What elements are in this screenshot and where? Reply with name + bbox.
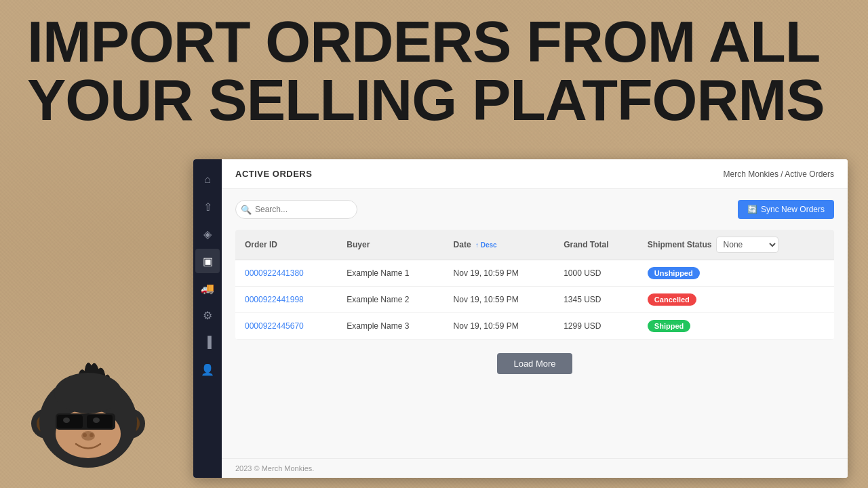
orders-table: Order ID Buyer Date ↑ Desc Grand Total <box>235 230 834 340</box>
shipping-icon: 🚚 <box>201 282 214 295</box>
account-icon: 👤 <box>201 363 214 376</box>
sidebar-item-analytics[interactable]: ▐ <box>195 330 220 354</box>
cell-order-id: 0000922445670 <box>235 313 337 340</box>
top-bar: ACTIVE ORDERS Merch Monkies / Active Ord… <box>222 159 848 189</box>
table-row: 0000922441380 Example Name 1 Nov 19, 10:… <box>235 260 834 287</box>
main-content: ACTIVE ORDERS Merch Monkies / Active Ord… <box>222 159 848 478</box>
svg-point-14 <box>54 373 122 413</box>
svg-point-10 <box>93 418 100 423</box>
load-more-button[interactable]: Load More <box>497 353 572 374</box>
table-row: 0000922445670 Example Name 3 Nov 19, 10:… <box>235 313 834 340</box>
sync-button-label: Sync New Orders <box>761 205 825 214</box>
load-more-row: Load More <box>235 353 834 381</box>
content-area: 🔍 🔄 Sync New Orders Order ID Bu <box>222 189 848 458</box>
shipment-status-filter[interactable]: None Unshipped Shipped Cancelled <box>716 237 778 253</box>
sidebar: ⌂ ⇧ ◈ ▣ 🚚 ⚙ ▐ 👤 <box>193 159 222 478</box>
breadcrumb-parent: Merch Monkies <box>724 169 778 179</box>
tag-icon: ◈ <box>203 228 212 241</box>
upload-icon: ⇧ <box>203 201 212 214</box>
order-id-link[interactable]: 0000922445670 <box>245 321 304 331</box>
sync-icon: 🔄 <box>747 205 757 214</box>
svg-point-9 <box>63 418 70 423</box>
svg-rect-7 <box>57 415 83 428</box>
sidebar-item-orders[interactable]: ▣ <box>195 249 220 273</box>
svg-point-12 <box>83 433 87 437</box>
table-header-row: Order ID Buyer Date ↑ Desc Grand Total <box>235 230 834 260</box>
col-buyer: Buyer <box>337 230 443 260</box>
col-grand-total: Grand Total <box>554 230 638 260</box>
sidebar-item-account[interactable]: 👤 <box>195 357 220 382</box>
cell-grand-total: 1299 USD <box>554 313 638 340</box>
home-icon: ⌂ <box>204 174 211 186</box>
headline-line1: Import Orders from All <box>27 12 841 70</box>
cell-order-id: 0000922441380 <box>235 260 337 287</box>
headline-line2: Your Selling Platforms <box>27 70 841 129</box>
cell-shipment-status: Cancelled <box>638 287 834 313</box>
svg-rect-8 <box>87 415 113 428</box>
cell-order-id: 0000922441998 <box>235 287 337 313</box>
analytics-icon: ▐ <box>203 336 211 348</box>
cell-buyer: Example Name 3 <box>337 313 443 340</box>
order-id-link[interactable]: 0000922441380 <box>245 268 304 278</box>
cell-grand-total: 1345 USD <box>554 287 638 313</box>
status-badge: Cancelled <box>648 293 696 306</box>
headline: Import Orders from All Your Selling Plat… <box>27 12 841 129</box>
sync-new-orders-button[interactable]: 🔄 Sync New Orders <box>738 200 834 219</box>
breadcrumb-current: Active Orders <box>785 169 834 179</box>
sidebar-item-shipping[interactable]: 🚚 <box>195 276 220 300</box>
col-date[interactable]: Date ↑ Desc <box>444 230 555 260</box>
order-id-link[interactable]: 0000922441998 <box>245 295 304 304</box>
search-input[interactable] <box>235 200 357 219</box>
footer: 2023 © Merch Monkies. <box>222 458 848 478</box>
search-icon: 🔍 <box>241 205 252 215</box>
status-badge: Unshipped <box>648 267 700 279</box>
col-order-id: Order ID <box>235 230 337 260</box>
cell-grand-total: 1000 USD <box>554 260 638 287</box>
cell-date: Nov 19, 10:59 PM <box>444 287 555 313</box>
settings-icon: ⚙ <box>203 309 212 322</box>
status-badge: Shipped <box>648 320 690 332</box>
sidebar-item-home[interactable]: ⌂ <box>195 167 220 192</box>
sidebar-item-settings[interactable]: ⚙ <box>195 303 220 327</box>
sidebar-item-tags[interactable]: ◈ <box>195 222 220 246</box>
cell-shipment-status: Unshipped <box>638 260 834 287</box>
footer-text: 2023 © Merch Monkies. <box>235 464 314 472</box>
cell-buyer: Example Name 1 <box>337 260 443 287</box>
orders-icon: ▣ <box>203 255 213 268</box>
cell-shipment-status: Shipped <box>638 313 834 340</box>
page-title: ACTIVE ORDERS <box>235 169 312 179</box>
cell-date: Nov 19, 10:59 PM <box>444 260 555 287</box>
monkey-mascot <box>20 346 156 481</box>
breadcrumb: Merch Monkies / Active Orders <box>724 169 834 179</box>
table-row: 0000922441998 Example Name 2 Nov 19, 10:… <box>235 287 834 313</box>
app-window: ⌂ ⇧ ◈ ▣ 🚚 ⚙ ▐ 👤 ACTIVE ORDERS Merch Mon <box>193 159 848 478</box>
search-wrapper: 🔍 <box>235 200 357 219</box>
toolbar-row: 🔍 🔄 Sync New Orders <box>235 200 834 219</box>
svg-point-13 <box>90 433 94 437</box>
col-shipment-status: Shipment Status None Unshipped Shipped C… <box>638 230 834 260</box>
sidebar-item-upload[interactable]: ⇧ <box>195 195 220 219</box>
cell-buyer: Example Name 2 <box>337 287 443 313</box>
cell-date: Nov 19, 10:59 PM <box>444 313 555 340</box>
sort-indicator: ↑ Desc <box>475 241 497 249</box>
